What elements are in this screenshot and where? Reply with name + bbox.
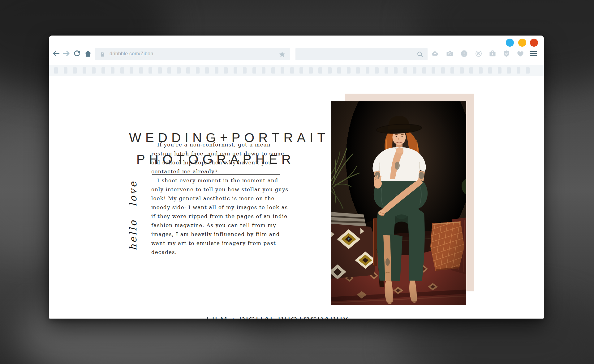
portrait-photo — [331, 101, 466, 305]
bookmark-placeholder[interactable] — [290, 67, 294, 74]
bookmark-placeholder[interactable] — [366, 67, 369, 74]
bookmark-placeholder[interactable] — [243, 67, 247, 74]
bookmark-placeholder[interactable] — [205, 67, 209, 74]
search-icon — [416, 51, 424, 58]
search-input[interactable] — [295, 48, 428, 60]
bookmark-placeholder[interactable] — [130, 67, 133, 74]
bookmark-placeholder[interactable] — [120, 67, 124, 74]
back-button[interactable] — [52, 49, 60, 58]
back-arrow-icon — [52, 49, 60, 57]
bookmark-placeholder[interactable] — [139, 67, 143, 74]
bookmark-placeholder[interactable] — [101, 67, 105, 74]
window-dot-blue[interactable] — [506, 39, 514, 47]
media-briefcase-icon[interactable] — [489, 49, 497, 57]
bookmark-placeholder[interactable] — [111, 67, 114, 74]
desktop-background: dribbble.com/Zibon — [0, 0, 594, 364]
bookmark-placeholder[interactable] — [64, 67, 67, 74]
bookmark-placeholder[interactable] — [167, 67, 171, 74]
menu-button[interactable] — [529, 49, 537, 57]
window-dot-red[interactable] — [530, 39, 538, 47]
url-bar[interactable]: dribbble.com/Zibon — [95, 48, 290, 60]
bookmark-placeholder[interactable] — [234, 67, 237, 74]
hamburger-icon — [529, 49, 537, 58]
bookmark-placeholder[interactable] — [309, 67, 313, 74]
bookmark-placeholder[interactable] — [413, 67, 416, 74]
bookmark-placeholder[interactable] — [469, 67, 473, 74]
bookmark-placeholder[interactable] — [54, 67, 58, 74]
photo-vignette — [331, 101, 466, 305]
bookmark-placeholder[interactable] — [271, 67, 275, 74]
intro-paragraphs: If you're a non-conformist, got a mean r… — [151, 140, 288, 257]
bookmark-placeholder[interactable] — [347, 67, 351, 74]
bookmark-placeholder[interactable] — [394, 67, 398, 74]
bookmark-placeholder[interactable] — [158, 67, 162, 74]
bookmark-placeholder[interactable] — [215, 67, 218, 74]
bookmark-placeholder[interactable] — [281, 67, 284, 74]
home-button[interactable] — [84, 49, 92, 58]
forward-arrow-icon — [62, 49, 71, 57]
bookmark-placeholder[interactable] — [422, 67, 426, 74]
home-icon — [84, 49, 92, 58]
bookmark-placeholder[interactable] — [356, 67, 360, 74]
reload-icon — [73, 49, 81, 57]
browser-window: dribbble.com/Zibon — [49, 36, 544, 319]
bookmark-placeholder[interactable] — [441, 67, 445, 74]
bookmark-placeholder[interactable] — [498, 67, 501, 74]
favorites-heart-icon[interactable] — [516, 49, 524, 57]
bookmark-placeholder[interactable] — [224, 67, 228, 74]
reload-button[interactable] — [73, 49, 81, 58]
bookmarks-strip — [49, 65, 544, 76]
window-dot-yellow[interactable] — [518, 39, 526, 47]
bookmark-placeholder[interactable] — [375, 67, 379, 74]
bookmark-placeholder[interactable] — [517, 67, 520, 74]
bookmark-placeholder[interactable] — [526, 67, 530, 74]
bookmark-placeholder[interactable] — [73, 67, 77, 74]
bookmark-placeholder[interactable] — [403, 67, 407, 74]
bookmark-placeholder[interactable] — [318, 67, 322, 74]
bookmark-placeholder[interactable] — [460, 67, 464, 74]
bookmark-star-icon[interactable] — [278, 51, 286, 58]
browser-toolbar: dribbble.com/Zibon — [49, 36, 544, 65]
bookmark-placeholder[interactable] — [507, 67, 511, 74]
bookmark-placeholder[interactable] — [177, 67, 181, 74]
bookmark-placeholder[interactable] — [479, 67, 483, 74]
broadcast-icon[interactable] — [475, 49, 483, 57]
lock-icon — [99, 51, 106, 58]
camera-icon[interactable] — [446, 49, 454, 57]
bookmark-placeholder[interactable] — [432, 67, 435, 74]
cloud-upload-icon[interactable] — [431, 49, 439, 57]
bookmark-placeholder[interactable] — [328, 67, 332, 74]
bookmark-placeholder[interactable] — [83, 67, 86, 74]
bookmark-placeholder[interactable] — [385, 67, 388, 74]
bookmark-placeholder[interactable] — [186, 67, 190, 74]
bookmark-placeholder[interactable] — [148, 67, 152, 74]
script-accent-text: hello love — [127, 167, 141, 264]
bookmark-placeholder[interactable] — [299, 67, 303, 74]
portrait-photo-illustration — [331, 101, 466, 305]
bookmark-placeholder[interactable] — [92, 67, 96, 74]
bookmark-placeholder[interactable] — [262, 67, 265, 74]
page-content: WEDDING+PORTRAIT PHOTOGRAPHER hello love… — [49, 76, 544, 319]
forward-button[interactable] — [62, 49, 71, 58]
bookmark-placeholder[interactable] — [488, 67, 492, 74]
bookmark-placeholder[interactable] — [337, 67, 341, 74]
bookmark-placeholder[interactable] — [196, 67, 200, 74]
bookmark-placeholder[interactable] — [450, 67, 454, 74]
warning-icon[interactable] — [460, 49, 468, 57]
url-text: dribbble.com/Zibon — [110, 51, 153, 57]
clipped-next-section-heading: FILM + DIGITAL PHOTOGRAPHY — [206, 315, 404, 319]
bookmark-placeholder[interactable] — [252, 67, 256, 74]
shield-check-icon[interactable] — [502, 49, 510, 57]
